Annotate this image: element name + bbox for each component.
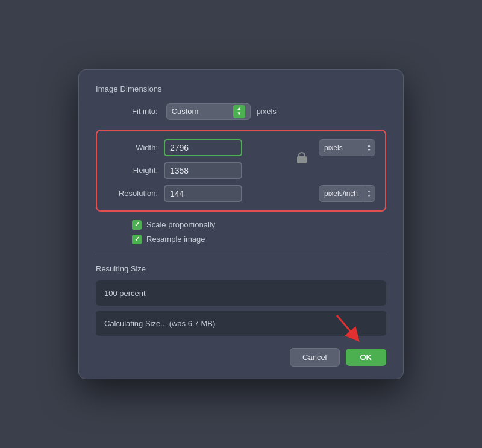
- resolution-unit-select[interactable]: pixels/inch ▲ ▼: [319, 185, 375, 202]
- svg-line-0: [337, 315, 355, 336]
- height-label: Height:: [107, 166, 158, 175]
- resolution-input[interactable]: [164, 185, 242, 202]
- fit-into-row: Fit into: Custom ▲ ▼ pixels: [96, 103, 386, 120]
- fit-into-label: Fit into:: [132, 107, 158, 116]
- height-spacer: [319, 162, 375, 179]
- image-dimensions-dialog: Image Dimensions Fit into: Custom ▲ ▼ pi…: [78, 69, 404, 379]
- resolution-unit-text: pixels/inch: [319, 189, 363, 198]
- scale-proportionally-row: ✓ Scale proportionally: [96, 220, 386, 230]
- fit-into-select[interactable]: Custom ▲ ▼: [166, 103, 251, 120]
- dimensions-box: Width: Height: Resolution:: [96, 130, 386, 212]
- ok-button[interactable]: OK: [346, 349, 387, 366]
- red-arrow-indicator: [325, 312, 361, 342]
- height-row: Height:: [107, 162, 290, 179]
- resample-image-checkbox[interactable]: ✓: [132, 235, 142, 244]
- section-title-image-dimensions: Image Dimensions: [96, 84, 386, 93]
- width-row: Width:: [107, 139, 290, 156]
- resolution-row: Resolution:: [107, 185, 290, 202]
- lock-icon-area: [296, 139, 310, 179]
- height-input[interactable]: [164, 162, 242, 179]
- scale-proportionally-checkbox[interactable]: ✓: [132, 220, 142, 230]
- pixels-unit-select[interactable]: pixels ▲ ▼: [319, 139, 375, 156]
- fit-into-unit: pixels: [257, 107, 277, 116]
- lock-body: [297, 156, 307, 163]
- left-fields: Width: Height: Resolution:: [107, 139, 290, 202]
- cancel-button[interactable]: Cancel: [290, 348, 339, 367]
- resample-image-label: Resample image: [146, 235, 205, 244]
- result-percent-box: 100 percent: [96, 280, 386, 306]
- resample-image-row: ✓ Resample image: [96, 235, 386, 244]
- resolution-unit-arrows: ▲ ▼: [363, 186, 375, 201]
- buttons-row: Cancel OK: [96, 348, 386, 367]
- resolution-label: Resolution:: [107, 189, 158, 198]
- width-input[interactable]: [164, 139, 242, 156]
- section-divider: [96, 254, 386, 254]
- dimensions-inner: Width: Height: Resolution:: [107, 139, 375, 202]
- result-percent-text: 100 percent: [104, 289, 146, 298]
- width-label: Width:: [107, 143, 158, 152]
- scale-proportionally-label: Scale proportionally: [146, 220, 215, 229]
- result-size-text: Calculating Size... (was 6.7 MB): [104, 319, 215, 328]
- pixels-unit-text: pixels: [319, 144, 363, 152]
- checkmark-scale: ✓: [134, 221, 140, 228]
- fit-into-arrows: ▲ ▼: [233, 105, 245, 118]
- pixels-unit-arrows: ▲ ▼: [363, 140, 375, 156]
- lock-icon: [296, 152, 308, 166]
- resulting-size-title: Resulting Size: [96, 264, 386, 273]
- checkmark-resample: ✓: [134, 236, 140, 242]
- fit-into-value: Custom: [172, 107, 230, 116]
- right-units: pixels ▲ ▼ pixels/inch ▲ ▼: [319, 139, 375, 202]
